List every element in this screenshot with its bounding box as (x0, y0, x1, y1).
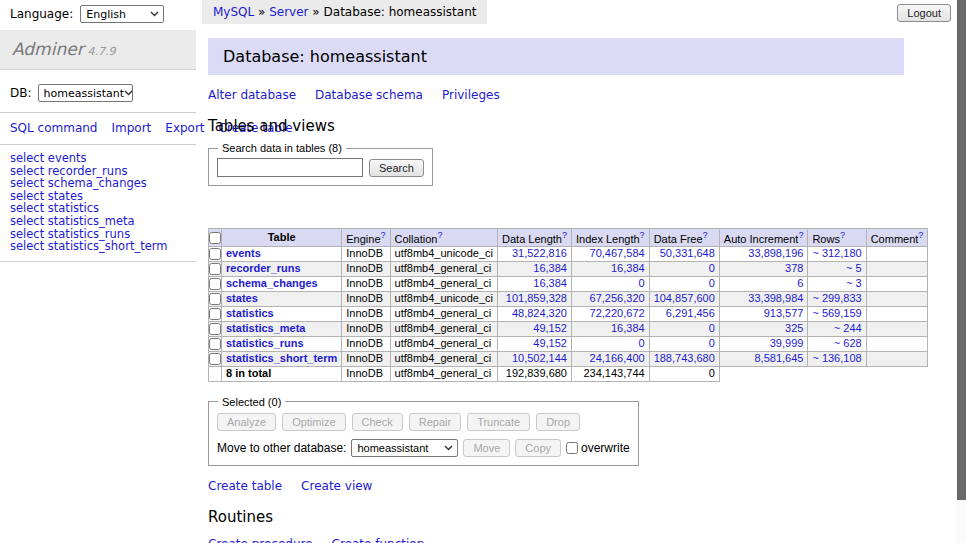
sidebar-select-statistics-meta[interactable]: select statistics_meta (10, 215, 196, 228)
sidebar-select-statistics-short-term[interactable]: select statistics_short_term (10, 240, 196, 253)
cell-auto-increment-link[interactable]: 325 (785, 322, 803, 334)
cell-index-length-link[interactable]: 24,166,400 (590, 352, 645, 364)
cell-data-free-link[interactable]: 104,857,600 (654, 292, 715, 304)
breadcrumb-link-server[interactable]: Server (269, 5, 308, 19)
cell-auto-increment-link[interactable]: 8,581,645 (754, 352, 803, 364)
help-link-auto-increment[interactable]: ? (798, 230, 803, 240)
link-create-view[interactable]: Create view (301, 479, 372, 493)
cell-auto-increment-link[interactable]: 6 (797, 277, 803, 289)
move-button[interactable]: Move (463, 439, 510, 457)
sidebar-select-events[interactable]: select events (10, 152, 196, 165)
row-checkbox-events[interactable] (209, 248, 221, 260)
truncate-button[interactable]: Truncate (467, 413, 530, 431)
cell-index-length-link[interactable]: 0 (639, 337, 645, 349)
cell-data-length-link[interactable]: 16,384 (533, 262, 567, 274)
sidebar-action-export[interactable]: Export (165, 121, 204, 135)
cell-auto-increment-link[interactable]: 39,999 (770, 337, 804, 349)
cell-data-length-link[interactable]: 31,522,816 (512, 247, 567, 259)
help-link-collation[interactable]: ? (437, 230, 442, 240)
sidebar-action-import[interactable]: Import (111, 121, 151, 135)
cell-data-free-link[interactable]: 0 (709, 262, 715, 274)
cell-data-free-link[interactable]: 0 (709, 322, 715, 334)
cell-rows-link[interactable]: ~ 569,159 (812, 307, 861, 319)
help-link-engine[interactable]: ? (381, 230, 386, 240)
breadcrumb-link-mysql[interactable]: MySQL (213, 5, 254, 19)
scrollbar-thumb[interactable] (957, 0, 966, 500)
row-checkbox-statistics[interactable] (209, 308, 221, 320)
cell-data-free-link[interactable]: 0 (709, 337, 715, 349)
help-link-data-length[interactable]: ? (562, 230, 567, 240)
cell-data-free-link[interactable]: 188,743,680 (654, 352, 715, 364)
table-link-events[interactable]: events (226, 247, 261, 259)
move-db-select[interactable]: homeassistant (351, 439, 458, 457)
nav-link-alter-database[interactable]: Alter database (208, 88, 296, 102)
cell-auto-increment-link[interactable]: 913,577 (764, 307, 804, 319)
cell-auto-increment-link[interactable]: 378 (785, 262, 803, 274)
table-link-states[interactable]: states (226, 292, 258, 304)
cell-index-length-link[interactable]: 72,220,672 (590, 307, 645, 319)
table-link-statistics_meta[interactable]: statistics_meta (226, 322, 306, 334)
scrollbar[interactable] (956, 0, 966, 543)
cell-index-length-link[interactable]: 0 (639, 277, 645, 289)
table-link-schema_changes[interactable]: schema_changes (226, 277, 318, 289)
search-button[interactable]: Search (369, 159, 424, 177)
cell-index-length-link[interactable]: 67,256,320 (590, 292, 645, 304)
move-buttons: MoveCopy (463, 439, 561, 457)
logout-button[interactable]: Logout (897, 4, 951, 22)
copy-button[interactable]: Copy (515, 439, 561, 457)
cell-data-length-link[interactable]: 49,152 (533, 337, 567, 349)
cell-data-free-link[interactable]: 0 (709, 277, 715, 289)
cell-data-free-link[interactable]: 50,331,648 (660, 247, 715, 259)
link-create-function[interactable]: Create function (332, 537, 425, 543)
overwrite-checkbox[interactable] (566, 442, 578, 454)
sidebar-action-sql-command[interactable]: SQL command (10, 121, 97, 135)
cell-rows-link[interactable]: ~ 3 (846, 277, 862, 289)
cell-rows-link[interactable]: ~ 136,108 (812, 352, 861, 364)
link-create-procedure[interactable]: Create procedure (208, 537, 313, 543)
cell-collation: utf8mb4_general_ci (390, 336, 497, 351)
table-link-statistics[interactable]: statistics (226, 307, 274, 319)
row-checkbox-recorder_runs[interactable] (209, 263, 221, 275)
cell-data-length-link[interactable]: 16,384 (533, 277, 567, 289)
row-checkbox-states[interactable] (209, 293, 221, 305)
row-checkbox-statistics_runs[interactable] (209, 338, 221, 350)
cell-rows-link[interactable]: ~ 5 (846, 262, 862, 274)
nav-link-database-schema[interactable]: Database schema (315, 88, 423, 102)
sidebar-select-schema-changes[interactable]: select schema_changes (10, 177, 196, 190)
cell-data-length-link[interactable]: 49,152 (533, 322, 567, 334)
cell-auto-increment-link[interactable]: 33,398,984 (748, 292, 803, 304)
repair-button[interactable]: Repair (409, 413, 461, 431)
cell-data-length-link[interactable]: 10,502,144 (512, 352, 567, 364)
table-link-statistics_runs[interactable]: statistics_runs (226, 337, 304, 349)
cell-rows-link[interactable]: ~ 299,833 (812, 292, 861, 304)
cell-rows-link[interactable]: ~ 312,180 (812, 247, 861, 259)
help-link-comment[interactable]: ? (918, 230, 923, 240)
analyze-button[interactable]: Analyze (217, 413, 276, 431)
drop-button[interactable]: Drop (536, 413, 580, 431)
optimize-button[interactable]: Optimize (282, 413, 345, 431)
row-checkbox-statistics_meta[interactable] (209, 323, 221, 335)
help-link-index-length[interactable]: ? (640, 230, 645, 240)
select-all-checkbox[interactable] (209, 232, 221, 244)
link-create-table[interactable]: Create table (208, 479, 282, 493)
cell-rows-link[interactable]: ~ 628 (834, 337, 862, 349)
cell-rows-link[interactable]: ~ 244 (834, 322, 862, 334)
help-link-data-free[interactable]: ? (703, 230, 708, 240)
language-select[interactable]: English (80, 5, 164, 23)
cell-data-length-link[interactable]: 101,859,328 (506, 292, 567, 304)
table-link-statistics_short_term[interactable]: statistics_short_term (226, 352, 337, 364)
check-button[interactable]: Check (352, 413, 403, 431)
cell-data-length-link[interactable]: 48,824,320 (512, 307, 567, 319)
cell-index-length-link[interactable]: 70,467,584 (590, 247, 645, 259)
row-checkbox-schema_changes[interactable] (209, 278, 221, 290)
cell-auto-increment-link[interactable]: 33,898,196 (748, 247, 803, 259)
cell-data-free-link[interactable]: 6,291,456 (666, 307, 715, 319)
table-link-recorder_runs[interactable]: recorder_runs (226, 262, 301, 274)
cell-index-length-link[interactable]: 16,384 (611, 322, 645, 334)
nav-link-privileges[interactable]: Privileges (442, 88, 500, 102)
cell-index-length-link[interactable]: 16,384 (611, 262, 645, 274)
db-select[interactable]: homeassistant (38, 84, 133, 102)
row-checkbox-statistics_short_term[interactable] (209, 353, 221, 365)
search-input[interactable] (217, 158, 363, 177)
help-link-rows[interactable]: ? (840, 230, 845, 240)
